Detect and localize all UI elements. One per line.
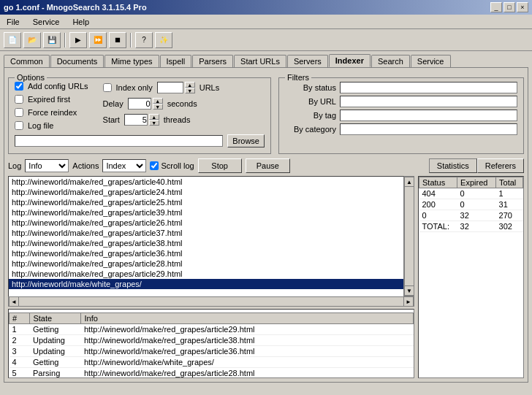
thread-cell: 1: [10, 324, 30, 335]
log-file-path-input[interactable]: [15, 135, 223, 147]
by-url-label: By URL: [285, 97, 336, 106]
by-category-input[interactable]: [340, 123, 517, 135]
minimize-button[interactable]: _: [490, 2, 502, 12]
start-down-arrow[interactable]: ▼: [149, 120, 159, 126]
menu-help[interactable]: Help: [69, 17, 92, 27]
tab-search[interactable]: Search: [371, 55, 410, 67]
toolbar-help[interactable]: ?: [135, 32, 153, 48]
by-url-input[interactable]: [340, 96, 517, 107]
stats-cell: 1: [496, 188, 523, 199]
tab-starturls[interactable]: Start URLs: [234, 55, 286, 67]
log-item[interactable]: http://wineworld/make/red_grapes/article…: [9, 269, 403, 279]
delay-label: Delay: [103, 99, 123, 108]
by-category-label: By category: [285, 125, 336, 134]
tab-documents[interactable]: Documents: [50, 55, 104, 67]
tab-servers[interactable]: Servers: [287, 55, 328, 67]
delay-up-arrow[interactable]: ▲: [153, 98, 163, 104]
filter-tag-row: By tag: [285, 110, 517, 121]
start-input[interactable]: [124, 114, 148, 126]
options-label: Options: [15, 73, 47, 82]
log-item[interactable]: http://wineworld/make/red_grapes/article…: [9, 228, 403, 238]
tab-indexer[interactable]: Indexer: [329, 54, 370, 67]
log-item[interactable]: http://wineworld/make/red_grapes/article…: [9, 197, 403, 207]
add-config-label: Add config URLs: [28, 82, 88, 91]
by-tag-input[interactable]: [340, 110, 517, 121]
by-tag-label: By tag: [285, 111, 336, 120]
start-label: Start: [103, 115, 120, 124]
actions-select[interactable]: Index Check Reindex: [102, 159, 146, 172]
scroll-down-arrow[interactable]: ▼: [404, 285, 414, 296]
scroll-up-arrow[interactable]: ▲: [404, 177, 414, 187]
urls-up-arrow[interactable]: ▲: [185, 82, 195, 88]
stats-buttons-container: Statistics Referers: [429, 158, 524, 173]
hscroll-left-arrow[interactable]: ◄: [9, 296, 19, 307]
toolbar-about[interactable]: ✨: [155, 32, 172, 48]
log-item[interactable]: http://wineworld/make/red_grapes/article…: [9, 238, 403, 248]
by-status-input[interactable]: [340, 82, 517, 93]
tab-service[interactable]: Service: [411, 55, 451, 67]
statistics-button[interactable]: Statistics: [429, 158, 477, 173]
log-item[interactable]: http://wineworld/make/red_grapes/article…: [9, 177, 403, 187]
log-item[interactable]: http://wineworld/make/white_grapes/: [9, 279, 403, 289]
force-reindex-checkbox[interactable]: [15, 108, 23, 117]
stats-cell: 32: [457, 221, 496, 232]
toolbar-open[interactable]: 📂: [23, 32, 41, 48]
delay-down-arrow[interactable]: ▼: [153, 104, 163, 110]
urls-input[interactable]: [157, 82, 183, 93]
thread-row: 1Gettinghttp://wineworld/make/red_grapes…: [10, 324, 414, 335]
toolbar-save[interactable]: 💾: [43, 32, 61, 48]
thread-cell: http://wineworld/make/white_grapes/: [81, 357, 414, 368]
stats-cell: TOTAL:: [419, 221, 457, 232]
toolbar-step[interactable]: ⏩: [89, 32, 107, 48]
thread-cell: http://wineworld/make/red_grapes/article…: [81, 335, 414, 346]
stats-cell: 31: [496, 199, 523, 210]
toolbar-new[interactable]: 📄: [4, 32, 21, 48]
threads-col-num: #: [10, 313, 30, 324]
toolbar-stop[interactable]: ⏹: [109, 32, 126, 48]
maximize-button[interactable]: □: [503, 2, 515, 12]
log-item[interactable]: http://wineworld/make/red_grapes/article…: [9, 187, 403, 197]
thread-cell: 4: [10, 357, 30, 368]
start-unit: threads: [164, 115, 191, 124]
index-only-checkbox[interactable]: [103, 83, 112, 92]
title-bar: go 1.conf - MnogoSearch 3.1.15.4 Pro _ □…: [0, 0, 532, 15]
log-scrollbar[interactable]: ▲ ▼: [404, 176, 414, 296]
log-list[interactable]: http://wineworld/make/red_grapes/article…: [8, 176, 404, 304]
tab-common[interactable]: Common: [4, 55, 50, 67]
stop-button[interactable]: Stop: [198, 158, 242, 173]
log-file-checkbox[interactable]: [15, 121, 23, 130]
tab-ispell[interactable]: Ispell: [160, 55, 192, 67]
toolbar-sep-2: [130, 33, 132, 47]
window-title: go 1.conf - MnogoSearch 3.1.15.4 Pro: [4, 3, 147, 12]
browse-button[interactable]: Browse: [227, 134, 265, 147]
filters-label: Filters: [285, 73, 311, 82]
expired-first-checkbox[interactable]: [15, 95, 23, 104]
add-config-checkbox[interactable]: [15, 82, 23, 91]
menu-file[interactable]: File: [4, 17, 23, 27]
tab-mimetypes[interactable]: Mime types: [104, 55, 159, 67]
thread-cell: http://wineworld/make/red_grapes/article…: [81, 368, 414, 379]
thread-cell: 3: [10, 346, 30, 357]
menu-service[interactable]: Service: [30, 17, 63, 27]
threads-col-info: Info: [81, 313, 414, 324]
tab-parsers[interactable]: Parsers: [192, 55, 233, 67]
log-item[interactable]: http://wineworld/make/red_grapes/article…: [9, 258, 403, 269]
stats-row: 40401: [419, 188, 523, 199]
pause-button[interactable]: Pause: [246, 158, 290, 173]
toolbar-run[interactable]: ▶: [69, 32, 87, 48]
log-area: http://wineworld/make/red_grapes/article…: [8, 176, 414, 378]
delay-input[interactable]: [128, 98, 151, 110]
window-controls[interactable]: _ □ ×: [490, 2, 528, 12]
scroll-log-checkbox[interactable]: [150, 161, 159, 170]
close-button[interactable]: ×: [517, 2, 528, 12]
log-item[interactable]: http://wineworld/make/red_grapes/article…: [9, 248, 403, 258]
hscroll-right-arrow[interactable]: ►: [403, 296, 414, 307]
start-up-arrow[interactable]: ▲: [149, 114, 159, 120]
log-select[interactable]: Info Debug Error: [25, 159, 69, 172]
log-item[interactable]: http://wineworld/make/red_grapes/article…: [9, 218, 403, 228]
start-spinner: ▲ ▼: [124, 114, 159, 126]
log-hscroll[interactable]: ◄ ►: [8, 296, 414, 307]
referers-button[interactable]: Referers: [477, 158, 524, 173]
urls-down-arrow[interactable]: ▼: [185, 88, 195, 93]
log-item[interactable]: http://wineworld/make/red_grapes/article…: [9, 207, 403, 218]
